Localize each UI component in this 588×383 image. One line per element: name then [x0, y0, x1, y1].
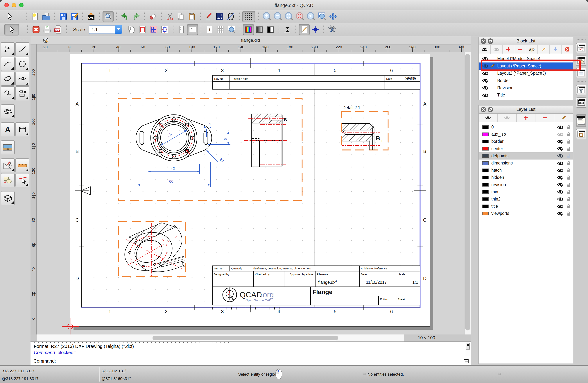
float-panel-icon[interactable] [488, 107, 493, 112]
command-history[interactable]: Format: R27 (2013) DXF Drawing (Teigha) … [30, 341, 471, 356]
point-tool-button[interactable] [1, 42, 15, 56]
layer-row[interactable]: revision [479, 181, 573, 188]
show-all-blocks-button[interactable] [479, 45, 491, 54]
ellipse-tool-button[interactable] [1, 72, 15, 86]
layer-row[interactable]: thin2 [479, 195, 573, 203]
pan-paper-button[interactable] [126, 24, 137, 35]
dashed-triangle-button[interactable] [214, 11, 225, 22]
solid-3d-tool-button[interactable] [1, 191, 15, 205]
cut-button[interactable] [164, 11, 175, 22]
redo-button[interactable] [130, 11, 142, 22]
show-all-layers-button[interactable] [479, 114, 498, 122]
zoom-previous-button[interactable] [305, 11, 316, 22]
zoom-page-button[interactable] [226, 24, 237, 35]
paste-button[interactable] [186, 11, 197, 22]
spline-tool-button[interactable] [15, 72, 29, 86]
page-grid-button[interactable] [215, 24, 226, 35]
close-panel-icon[interactable] [481, 38, 486, 44]
auto-fit-button[interactable] [282, 24, 293, 35]
layer-row[interactable]: aux_iso [479, 131, 573, 138]
new-file-button[interactable] [30, 11, 41, 22]
layer-row[interactable]: viewports [479, 210, 573, 217]
purge-block-button[interactable] [562, 45, 573, 54]
modify-tool-button[interactable] [1, 158, 15, 172]
layer-row[interactable]: border [479, 138, 573, 145]
vertical-scrollbar[interactable] [464, 52, 471, 335]
zoom-in-button[interactable] [261, 11, 272, 22]
edit-layer-button[interactable] [554, 114, 573, 122]
scale-combobox[interactable]: 1:1 [88, 25, 122, 34]
pdf-export-button[interactable]: PDF [53, 24, 63, 35]
dimension-tool-button[interactable] [15, 122, 29, 136]
layer-row[interactable]: hatch [479, 167, 573, 174]
zoom-out-button[interactable] [272, 11, 283, 22]
arc-tool-button[interactable] [1, 57, 15, 71]
drawing-canvas[interactable]: 123456 123456 ABCD ABCD Rev No Revision … [37, 52, 464, 335]
undo-button[interactable] [119, 11, 130, 22]
hide-all-layers-button[interactable] [498, 114, 517, 122]
layer-row[interactable]: thin [479, 188, 573, 195]
paper-border-button[interactable] [137, 24, 148, 35]
grayscale-button[interactable] [254, 24, 265, 35]
zoom-selection-button[interactable] [294, 11, 305, 22]
block-row[interactable]: Title [479, 91, 573, 99]
svg-export-button[interactable]: SVG [86, 11, 97, 22]
layer-row[interactable]: title [479, 203, 573, 210]
horizontal-scrollbar[interactable] [37, 335, 431, 341]
pan-button[interactable] [327, 11, 338, 22]
multi-page-button[interactable] [148, 24, 159, 35]
open-file-button[interactable] [41, 11, 52, 22]
strip-handle[interactable] [577, 39, 586, 40]
save-button[interactable] [58, 11, 69, 22]
portrait-button[interactable] [176, 24, 187, 35]
single-page-button[interactable]: 1 [204, 24, 215, 35]
close-preview-button[interactable] [30, 24, 42, 35]
selection-filter-icon[interactable] [576, 85, 586, 95]
layer-row-selected[interactable]: defpoints [479, 152, 573, 160]
hatch-tool-button[interactable] [1, 104, 15, 118]
layer-row[interactable]: hidden [479, 174, 573, 181]
select-tool-button[interactable] [15, 173, 29, 187]
command-input[interactable]: Command: [30, 356, 471, 365]
view-tab-label[interactable]: flange.dxf [30, 38, 471, 43]
landscape-button[interactable] [187, 24, 198, 35]
close-panel-icon[interactable] [481, 107, 486, 112]
block-row[interactable]: Revision [479, 84, 573, 91]
toolbar-handle[interactable] [3, 39, 27, 39]
black-white-button[interactable] [265, 24, 276, 35]
grid-snap-button[interactable] [242, 11, 255, 22]
add-block-button[interactable] [503, 45, 514, 54]
zoom-window-button[interactable] [316, 11, 327, 22]
rename-block-button[interactable]: a|b [526, 45, 538, 54]
layer-row[interactable]: 0 [479, 124, 573, 131]
command-options-icon[interactable] [464, 359, 469, 363]
shape-tool-button[interactable] [15, 86, 29, 100]
polyline-tool-button[interactable] [1, 86, 15, 100]
hide-all-blocks-button[interactable] [491, 45, 502, 54]
layer-row[interactable]: dimensions [479, 160, 573, 167]
save-as-button[interactable] [69, 11, 80, 22]
insert-block-button[interactable] [550, 45, 562, 54]
ellipse-line-button[interactable] [225, 11, 236, 22]
draft-mode-button[interactable] [299, 24, 310, 35]
settings-wrench-button[interactable] [327, 24, 338, 35]
block-tool-button[interactable] [1, 173, 15, 187]
zoom-auto-button[interactable] [283, 11, 294, 22]
measurement-panel-icon[interactable] [576, 97, 586, 108]
print-preview-button[interactable] [103, 11, 114, 22]
remove-layer-button[interactable] [535, 114, 554, 122]
circle-tool-button[interactable] [15, 57, 29, 71]
history-scrollbar[interactable] [465, 342, 470, 356]
auto-zero-button[interactable] [310, 24, 321, 35]
remove-block-button[interactable] [514, 45, 526, 54]
delete-eraser-button[interactable] [147, 11, 158, 22]
clipboard-panel-icon[interactable] [576, 129, 586, 139]
full-color-button[interactable] [243, 24, 254, 35]
property-editor-icon[interactable] [576, 43, 586, 53]
pencil-edit-button[interactable] [203, 11, 214, 22]
layer-row[interactable]: center [479, 145, 573, 152]
image-tool-button[interactable] [1, 140, 15, 154]
chevron-down-icon[interactable] [115, 25, 122, 34]
pointer-icon[interactable] [4, 11, 15, 22]
copy-button[interactable] [175, 11, 186, 22]
